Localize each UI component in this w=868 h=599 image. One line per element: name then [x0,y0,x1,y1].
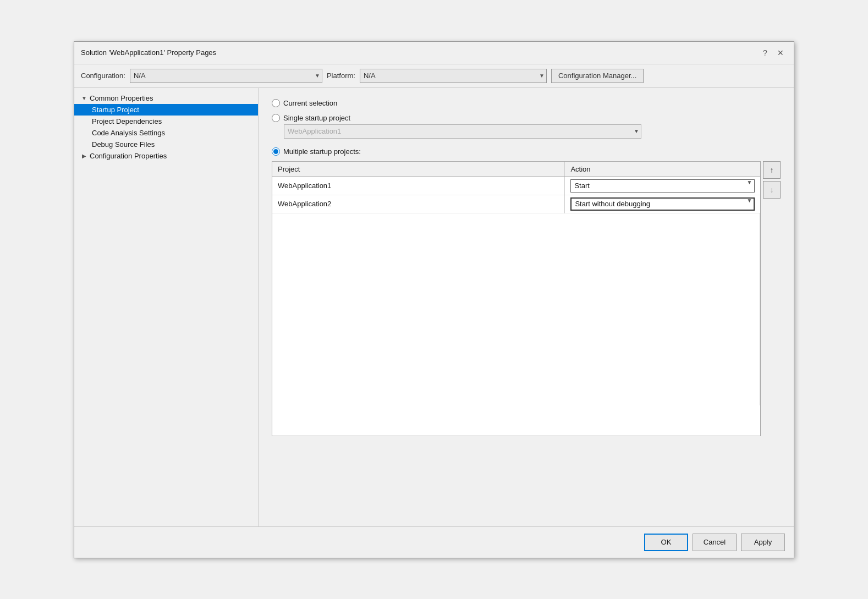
move-buttons: ↑ ↓ [763,161,781,199]
platform-dropdown-wrapper: N/A ▼ [360,69,547,83]
single-project-dropdown[interactable]: WebApplication1 [284,124,641,139]
common-properties-label: Common Properties [90,94,153,102]
code-analysis-settings-label: Code Analysis Settings [92,129,165,137]
single-project-wrapper: WebApplication1 ▼ [284,124,641,139]
dialog-title: Solution 'WebApplication1' Property Page… [81,48,216,57]
platform-label: Platform: [327,72,355,80]
config-bar: Configuration: N/A ▼ Platform: N/A ▼ Con… [74,64,794,88]
table-row-empty [272,213,760,405]
config-dropdown[interactable]: N/A [130,69,322,83]
tree-item-common-properties[interactable]: ▼ Common Properties [74,92,258,104]
action-column-header: Action [565,162,760,177]
close-button[interactable]: ✕ [774,46,787,59]
radio-row-single-startup: Single startup project [272,114,781,122]
ok-button[interactable]: OK [644,534,688,551]
action-cell-2: None Start Start without debugging ▼ [565,195,760,213]
config-properties-label: Configuration Properties [90,152,167,160]
cancel-button[interactable]: Cancel [693,534,737,551]
current-selection-label[interactable]: Current selection [283,99,337,107]
action-cell-1: None Start Start without debugging ▼ [565,177,760,195]
tree-item-project-dependencies[interactable]: Project Dependencies [74,116,258,127]
right-panel: Current selection Single startup project… [259,88,794,526]
project-dependencies-label: Project Dependencies [92,117,162,125]
up-arrow-icon: ↑ [770,166,774,174]
action-dropdown-wrapper-1: None Start Start without debugging ▼ [570,179,754,193]
projects-table-outer: Project Action WebApplication1 [272,161,761,436]
projects-table: Project Action WebApplication1 [272,162,760,406]
action-dropdown-2[interactable]: None Start Start without debugging [570,197,754,211]
apply-button[interactable]: Apply [741,534,785,551]
main-content: ▼ Common Properties Startup Project Proj… [74,88,794,526]
platform-dropdown[interactable]: N/A [360,69,547,83]
radio-single-startup[interactable] [272,114,280,122]
expand-icon-config: ▶ [81,153,87,159]
help-button[interactable]: ? [759,46,772,59]
title-bar: Solution 'WebApplication1' Property Page… [74,42,794,64]
tree-item-code-analysis[interactable]: Code Analysis Settings [74,127,258,139]
tree-item-startup-project[interactable]: Startup Project [74,104,258,116]
radio-multiple-startup[interactable] [272,147,280,156]
single-startup-label[interactable]: Single startup project [283,114,350,122]
radio-row-current-selection: Current selection [272,99,781,107]
project-name-cell-1: WebApplication1 [272,177,565,195]
config-manager-button[interactable]: Configuration Manager... [551,69,644,83]
bottom-bar: OK Cancel Apply [74,526,794,558]
move-down-button[interactable]: ↓ [763,181,781,199]
single-project-dropdown-container: WebApplication1 ▼ [284,124,781,139]
tree-item-debug-source[interactable]: Debug Source Files [74,139,258,150]
config-label: Configuration: [81,72,125,80]
multiple-startup-label[interactable]: Multiple startup projects: [283,147,361,156]
project-column-header: Project [272,162,565,177]
empty-table-area [272,213,760,405]
config-dropdown-wrapper: N/A ▼ [130,69,322,83]
table-row: WebApplication1 None Start Start without… [272,177,760,195]
projects-table-container: Project Action WebApplication1 [272,161,781,436]
action-dropdown-wrapper-2: None Start Start without debugging ▼ [570,197,754,211]
radio-row-multiple: Multiple startup projects: [272,147,781,156]
down-arrow-icon: ↓ [770,185,774,194]
single-startup-section: Single startup project WebApplication1 ▼ [272,114,781,139]
property-pages-dialog: Solution 'WebApplication1' Property Page… [74,41,794,558]
action-dropdown-1[interactable]: None Start Start without debugging [570,179,754,193]
expand-icon-common: ▼ [81,95,87,101]
tree-item-config-properties[interactable]: ▶ Configuration Properties [74,150,258,162]
radio-current-selection[interactable] [272,99,280,107]
title-bar-buttons: ? ✕ [759,46,787,59]
startup-project-label: Startup Project [92,106,139,114]
radio-group: Current selection Single startup project… [272,99,781,436]
multiple-startup-section: Multiple startup projects: Project Actio… [272,147,781,436]
table-row: WebApplication2 None Start Start without… [272,195,760,213]
tree-panel: ▼ Common Properties Startup Project Proj… [74,88,259,526]
debug-source-files-label: Debug Source Files [92,140,155,149]
project-name-cell-2: WebApplication2 [272,195,565,213]
move-up-button[interactable]: ↑ [763,161,781,179]
